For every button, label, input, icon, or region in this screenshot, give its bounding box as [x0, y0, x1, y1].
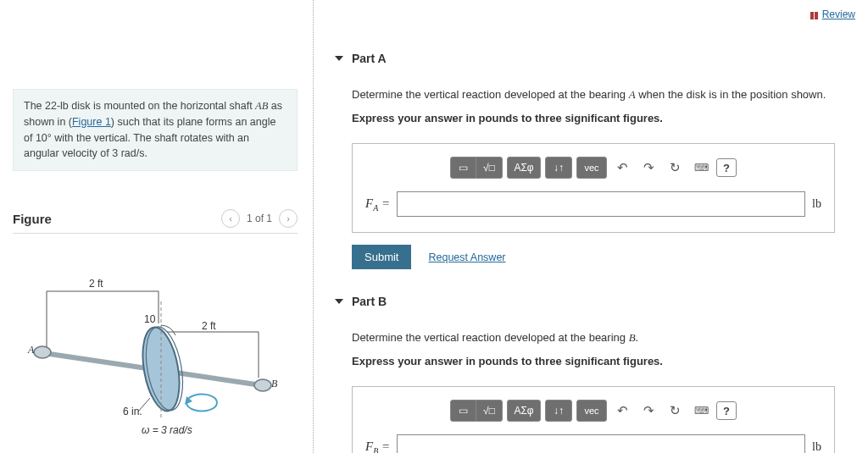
prompt-b-var: B [629, 331, 636, 344]
right-pane: Review Part A Determine the vertical rea… [314, 0, 868, 453]
figure-next-button[interactable]: › [279, 209, 298, 228]
prompt-a-var: A [629, 88, 636, 101]
toolbar-a: ▭ √□ ΑΣφ ↓↑ vec ↶ ↷ ↻ ⌨ ? [365, 157, 821, 179]
tb-sqrt-icon-b[interactable]: √□ [476, 401, 502, 421]
label-len-left: 2 ft [89, 278, 103, 290]
answer-box-b: ▭ √□ ΑΣφ ↓↑ vec ↶ ↷ ↻ ⌨ ? FB = lb [352, 386, 835, 453]
tb-undo-icon-b[interactable]: ↶ [611, 401, 633, 421]
problem-text-5: . [144, 147, 147, 159]
svg-point-2 [254, 379, 271, 391]
part-b-prompt: Determine the vertical reaction develope… [352, 329, 855, 369]
tb-reset-icon[interactable]: ↻ [664, 157, 686, 178]
figure-link[interactable]: Figure 1 [72, 116, 111, 128]
answer-b-unit: lb [812, 440, 821, 453]
part-b-title: Part B [352, 295, 387, 308]
toolbar-b: ▭ √□ ΑΣφ ↓↑ vec ↶ ↷ ↻ ⌨ ? [365, 400, 821, 422]
svg-point-1 [34, 346, 51, 358]
tb-template-icon-b[interactable]: ▭ [451, 401, 476, 421]
unit-rads: rad/s [121, 147, 145, 159]
prompt-a-1: Determine the vertical reaction develope… [352, 88, 629, 101]
answer-b-label: FB = [365, 439, 390, 454]
tb-redo-icon-b[interactable]: ↷ [637, 401, 659, 421]
review-text: Review [822, 8, 855, 20]
submit-a-button[interactable]: Submit [352, 245, 411, 269]
tb-keyboard-icon[interactable]: ⌨ [690, 157, 712, 178]
label-omega: ω = 3 rad/s [142, 424, 192, 436]
tb-help-icon-b[interactable]: ? [716, 401, 737, 420]
label-B: B [271, 378, 277, 390]
tb-undo-icon[interactable]: ↶ [611, 157, 633, 178]
prompt-b-1: Determine the vertical reaction develope… [352, 331, 629, 344]
part-b-instruction: Express your answer in pounds to three s… [352, 353, 855, 370]
figure-title: Figure [13, 212, 221, 226]
request-answer-a-link[interactable]: Request Answer [428, 251, 505, 263]
answer-a-label: FA = [365, 196, 390, 213]
answer-a-unit: lb [812, 197, 821, 211]
unit-lb: lb [60, 100, 69, 112]
part-a-prompt: Determine the vertical reaction develope… [352, 86, 855, 126]
collapse-icon-b[interactable] [335, 299, 343, 304]
shaft-label: AB [255, 100, 268, 112]
tb-sqrt-icon[interactable]: √□ [476, 157, 502, 178]
figure-header: Figure ‹ 1 of 1 › [13, 209, 298, 228]
figure-prev-button[interactable]: ‹ [221, 209, 240, 228]
tb-subscript-icon[interactable]: ↓↑ [546, 157, 571, 178]
tb-help-icon[interactable]: ? [716, 158, 737, 177]
review-icon [809, 10, 819, 19]
collapse-icon[interactable] [335, 56, 343, 61]
label-angle: 10 [144, 313, 155, 325]
prompt-a-2: when the disk is in the position shown. [636, 88, 826, 101]
tb-subscript-icon-b[interactable]: ↓↑ [546, 401, 571, 421]
problem-text-1: The 22- [24, 100, 60, 112]
answer-a-input[interactable] [397, 191, 805, 217]
label-radius: 6 in. [123, 406, 142, 417]
figure-diagram: 2 ft 2 ft 10 A B 6 in. ω = 3 rad/s [13, 251, 298, 441]
part-a-title: Part A [352, 52, 387, 65]
prompt-b-2: . [636, 331, 639, 344]
tb-vec-icon-b[interactable]: vec [577, 401, 606, 421]
label-len-right: 2 ft [202, 320, 216, 332]
problem-statement: The 22-lb disk is mounted on the horizon… [13, 89, 298, 171]
left-pane: The 22-lb disk is mounted on the horizon… [0, 0, 314, 453]
tb-vec-icon[interactable]: vec [577, 157, 606, 178]
figure-count: 1 of 1 [240, 213, 279, 224]
tb-redo-icon[interactable]: ↷ [637, 157, 659, 178]
tb-keyboard-icon-b[interactable]: ⌨ [690, 401, 712, 421]
part-a-instruction: Express your answer in pounds to three s… [352, 110, 855, 127]
tb-greek-icon[interactable]: ΑΣφ [508, 157, 540, 178]
answer-b-input[interactable] [397, 434, 805, 453]
tb-reset-icon-b[interactable]: ↻ [664, 401, 686, 421]
answer-box-a: ▭ √□ ΑΣφ ↓↑ vec ↶ ↷ ↻ ⌨ ? FA = lb [352, 143, 835, 233]
tb-greek-icon-b[interactable]: ΑΣφ [508, 401, 540, 421]
tb-template-icon[interactable]: ▭ [451, 157, 476, 178]
problem-text-2: disk is mounted on the horizontal shaft [69, 100, 255, 112]
label-A: A [28, 344, 34, 356]
review-link[interactable]: Review [809, 8, 855, 20]
